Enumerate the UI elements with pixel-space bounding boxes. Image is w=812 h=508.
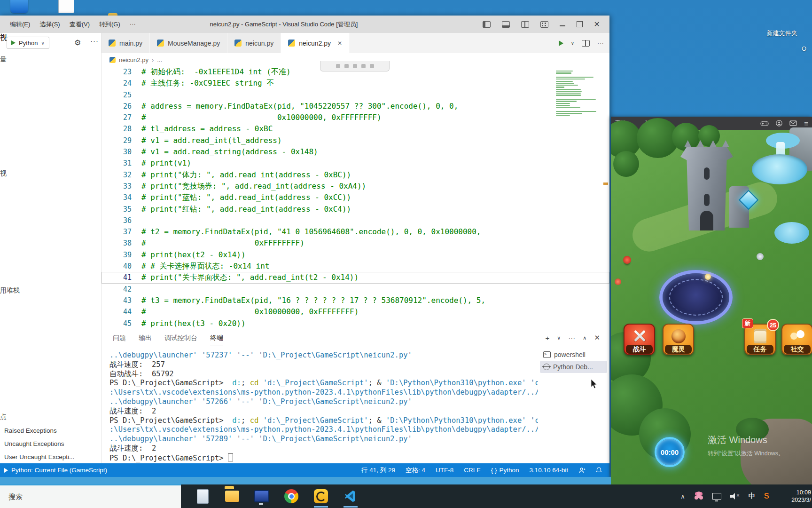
code-editor[interactable]: 23# 初始化码: -0x1EEFE1D4 int (不准)24# 主线任务: … [102,66,609,329]
code-line-42: 42 [102,284,609,295]
ime-indicator[interactable]: 中 [749,492,755,500]
status-python-version[interactable]: 3.10.10 64-bit [529,467,568,474]
toggle-panel-icon[interactable] [502,21,510,28]
flower-tray-icon[interactable] [697,494,701,498]
gamepad-icon[interactable] [760,120,769,127]
summon-portal[interactable] [659,270,733,325]
braces-icon: { } [491,467,497,474]
menu-item-0[interactable]: 编辑(E) [6,18,34,31]
vscode-titlebar[interactable]: 编辑(E)选择(S)查看(V)转到(G)··· neicun2.py - Gam… [0,16,609,33]
avatar-icon[interactable] [776,120,782,127]
status-debug-target[interactable]: Python: Current File (GameScript) [0,467,107,474]
game-button-社交[interactable]: 社交 [781,324,812,355]
taskbar-file-explorer[interactable] [225,489,240,504]
watermark-line2: 转到“设置”以激活 Windows。 [708,450,784,458]
run-config-dropdown[interactable]: Python ∨ [7,37,49,49]
menu-item-2[interactable]: 查看(V) [65,18,94,31]
game-character[interactable] [623,256,631,264]
menu-item-3[interactable]: 转到(G) [95,18,125,31]
panel-tab-调试控制台[interactable]: 调试控制台 [164,334,197,346]
tray-expand-icon[interactable]: ∧ [680,493,685,500]
clock-time: 10:09 [778,489,811,496]
customize-layout-icon[interactable] [540,21,548,28]
close-tab-icon[interactable]: ✕ [337,40,342,47]
game-character[interactable] [705,274,711,280]
code-line-45: 45# print(hex(t3 - 0x20)) [102,318,609,329]
breakpoint-0[interactable]: Raised Exceptions [4,427,57,434]
taskbar-notepad[interactable] [195,489,210,504]
mail-icon[interactable] [789,120,797,126]
terminal-shell-list: >powershellPython Deb... [540,349,607,373]
sogou-icon[interactable]: S [764,492,769,501]
status-language[interactable]: { } Python [491,467,519,474]
taskbar-search-box[interactable]: 搜索 [0,484,181,508]
taskbar-chrome[interactable] [284,489,299,504]
tab-neicun2.py[interactable]: neicun2.py✕ [281,33,350,53]
game-button-战斗[interactable]: 战斗 [624,324,655,355]
game-scene[interactable] [611,130,812,484]
taskbar-remote-desktop[interactable] [254,489,269,504]
taskbar-vscode[interactable] [343,489,358,504]
breadcrumb-file[interactable]: neicun2.py [119,56,148,64]
tab-neicun.py[interactable]: neicun.py [227,33,281,53]
taskbar-capture-app[interactable] [313,489,328,504]
vscode-icon [344,490,357,502]
menu-item-1[interactable]: 选择(S) [35,18,64,31]
battle-timer[interactable]: 00:00 [655,437,685,467]
run-dropdown-icon[interactable]: ∨ [571,40,574,46]
code-line-24: 24# 主线任务: -0xC91EEC string 不 [102,78,609,89]
desktop-icon-app[interactable] [10,0,28,13]
breakpoint-1[interactable]: Uncaught Exceptions [4,440,64,447]
toggle-sidebar-icon[interactable] [483,21,491,28]
breadcrumb-more[interactable]: ... [157,56,162,64]
game-button-魔灵[interactable]: 魔灵 [663,324,694,355]
minimap[interactable] [556,70,601,117]
account-icon[interactable] [578,467,586,474]
terminal-line: 战斗速度: 257 [109,360,538,370]
tab-main.py[interactable]: main.py [102,33,150,53]
more-actions-icon[interactable]: ··· [90,37,99,45]
shell-item-powershell[interactable]: >powershell [540,349,607,361]
terminal-line: :\Users\tx\.vscode\extensions\ms-python.… [109,425,538,435]
game-button-任务[interactable]: 任务新25 [744,324,776,355]
new-terminal-icon[interactable]: + [546,334,550,342]
menu-item-4[interactable]: ··· [125,18,140,31]
bell-icon[interactable] [596,467,602,474]
minimize-button[interactable] [560,25,565,26]
desktop-icon-document[interactable] [58,0,74,13]
menu-icon[interactable]: ≡ [804,119,808,127]
tab-MouseManage.py[interactable]: MouseManage.py [150,33,227,53]
chevron-up-icon[interactable]: ∧ [583,335,586,341]
display-tray-icon[interactable] [712,493,721,500]
code-line-37: 37# t2 = memory.FindDataEx(pid, "41 0 10… [102,226,609,238]
breakpoint-2[interactable]: User Uncaught Excepti... [4,453,74,460]
more-actions-icon[interactable]: ··· [597,40,604,47]
split-layout-icon[interactable] [521,21,529,28]
status-spaces[interactable]: 空格: 4 [406,466,425,475]
desktop-screen: JPG PNG 新建文件夹 O 编辑(E)选择(S)查看(V)转到(G)··· … [0,0,812,508]
maximize-button[interactable] [577,21,583,27]
close-panel-icon[interactable]: ✕ [594,333,600,342]
status-eol[interactable]: CRLF [464,467,480,474]
more-actions-icon[interactable]: ··· [568,334,575,342]
shell-item-Python Deb...[interactable]: Python Deb... [540,361,607,373]
game-character[interactable] [615,278,621,285]
status-encoding[interactable]: UTF-8 [436,467,453,474]
game-character[interactable] [757,253,764,260]
tower-window [704,167,710,180]
run-python-file-icon[interactable] [559,40,563,46]
panel-tab-输出[interactable]: 输出 [139,334,152,346]
terminal-line: ..\debugpy\launcher' '57289' '--' 'D:\_P… [109,435,538,444]
badge-count: 25 [767,319,779,331]
status-line-col[interactable]: 行 41, 列 29 [361,466,395,475]
panel-tab-终端[interactable]: 终端 [210,334,223,346]
gear-icon[interactable]: ⚙ [74,38,81,47]
close-button[interactable]: ✕ [594,21,600,28]
chevron-down-icon[interactable]: ∨ [557,335,561,341]
terminal[interactable]: ..\debugpy\launcher' '57237' '--' 'D:\_P… [109,351,538,462]
speaker-muted-icon[interactable]: × [730,493,740,500]
debug-toolbar-partial[interactable] [320,61,390,71]
panel-tab-问题[interactable]: 问题 [113,334,126,346]
taskbar-clock[interactable]: 10:09 2023/3/ [778,489,811,504]
split-editor-icon[interactable] [582,40,590,47]
